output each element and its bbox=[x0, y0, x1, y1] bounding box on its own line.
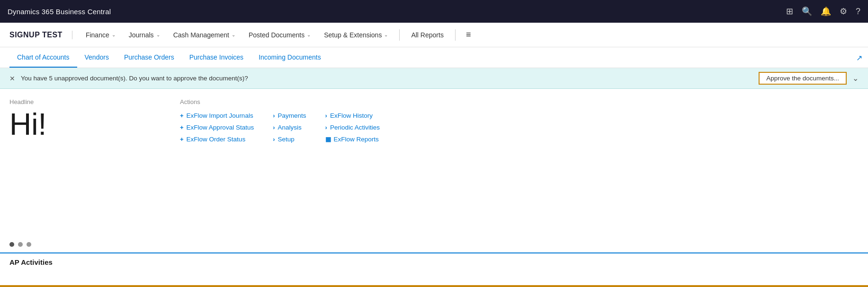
nav-item-cash-management[interactable]: Cash Management ⌄ bbox=[168, 27, 241, 43]
nav-label-setup-extensions: Setup & Extensions bbox=[324, 31, 382, 39]
notification-bar: ✕ You have 5 unapproved document(s). Do … bbox=[0, 68, 868, 89]
notification-text: You have 5 unapproved document(s). Do yo… bbox=[21, 75, 753, 82]
hamburger-menu[interactable]: ≡ bbox=[461, 26, 476, 43]
action-exflow-import-journals[interactable]: + ExFlow Import Journals bbox=[180, 112, 254, 119]
nav-item-setup-extensions[interactable]: Setup & Extensions ⌄ bbox=[318, 27, 394, 43]
pagination-dot-2[interactable] bbox=[18, 242, 23, 247]
action-label-exflow-reports: ExFlow Reports bbox=[334, 136, 379, 143]
bottom-accent-bar bbox=[0, 285, 868, 287]
action-exflow-approval-status[interactable]: + ExFlow Approval Status bbox=[180, 124, 254, 131]
bell-icon[interactable]: 🔔 bbox=[821, 6, 831, 17]
action-label-analysis: Analysis bbox=[278, 124, 302, 131]
topbar-icons: ⊞ 🔍 🔔 ⚙ ? bbox=[786, 6, 860, 17]
actions-grid: + ExFlow Import Journals › Payments › Ex… bbox=[180, 112, 380, 143]
subnav-label-incoming-documents: Incoming Documents bbox=[259, 53, 321, 61]
pagination-dot-1[interactable] bbox=[9, 242, 14, 247]
nav-items: Finance ⌄ Journals ⌄ Cash Management ⌄ P… bbox=[80, 26, 859, 43]
nav-item-journals[interactable]: Journals ⌄ bbox=[123, 27, 166, 43]
report-icon: ▦ bbox=[325, 136, 331, 143]
help-icon[interactable]: ? bbox=[856, 7, 860, 17]
topbar: Dynamics 365 Business Central ⊞ 🔍 🔔 ⚙ ? bbox=[0, 0, 868, 23]
chevron-down-icon: ⌄ bbox=[384, 32, 388, 37]
subnav-item-chart-of-accounts[interactable]: Chart of Accounts bbox=[9, 47, 77, 68]
subnav-label-chart-of-accounts: Chart of Accounts bbox=[17, 53, 70, 61]
action-label-periodic-activities: Periodic Activities bbox=[330, 124, 380, 131]
arrow-icon: › bbox=[273, 124, 275, 131]
nav-label-posted-documents: Posted Documents bbox=[249, 31, 304, 39]
search-icon[interactable]: 🔍 bbox=[802, 6, 812, 17]
app-title: Dynamics 365 Business Central bbox=[8, 8, 111, 16]
nav-label-cash-management: Cash Management bbox=[173, 31, 229, 39]
chevron-down-icon: ⌄ bbox=[307, 32, 311, 37]
subnav-item-vendors[interactable]: Vendors bbox=[77, 47, 116, 68]
action-label-exflow-history: ExFlow History bbox=[330, 112, 373, 119]
arrow-icon: › bbox=[273, 112, 275, 119]
nav-divider-2 bbox=[455, 29, 456, 41]
plus-icon: + bbox=[180, 136, 184, 143]
headline-label: Headline bbox=[9, 98, 152, 105]
approve-documents-button[interactable]: Approve the documents... bbox=[759, 72, 847, 85]
action-label-exflow-order-status: ExFlow Order Status bbox=[187, 136, 246, 143]
arrow-icon: › bbox=[273, 136, 275, 143]
subnav-label-purchase-orders: Purchase Orders bbox=[124, 53, 174, 61]
chevron-down-icon: ⌄ bbox=[156, 32, 160, 37]
action-analysis[interactable]: › Analysis bbox=[273, 124, 306, 131]
nav-item-finance[interactable]: Finance ⌄ bbox=[80, 27, 121, 43]
pagination-dot-3[interactable] bbox=[27, 242, 31, 247]
plus-icon: + bbox=[180, 124, 184, 131]
grid-icon[interactable]: ⊞ bbox=[786, 6, 793, 17]
subnav-item-incoming-documents[interactable]: Incoming Documents bbox=[251, 47, 329, 68]
notification-close-icon[interactable]: ✕ bbox=[9, 75, 15, 82]
chevron-down-icon: ⌄ bbox=[112, 32, 116, 37]
action-exflow-order-status[interactable]: + ExFlow Order Status bbox=[180, 136, 254, 143]
expand-icon[interactable]: ↗ bbox=[856, 53, 862, 62]
ap-activities-title: AP Activities bbox=[9, 258, 53, 266]
arrow-icon: › bbox=[325, 124, 327, 131]
subnav-item-purchase-invoices[interactable]: Purchase Invoices bbox=[182, 47, 251, 68]
nav-item-posted-documents[interactable]: Posted Documents ⌄ bbox=[243, 27, 316, 43]
subnav-label-vendors: Vendors bbox=[85, 53, 109, 61]
action-payments[interactable]: › Payments bbox=[273, 112, 306, 119]
chevron-down-icon: ⌄ bbox=[232, 32, 235, 37]
plus-icon: + bbox=[180, 112, 184, 119]
nav-label-finance: Finance bbox=[86, 31, 109, 39]
actions-label: Actions bbox=[180, 98, 859, 105]
subnav: Chart of Accounts Vendors Purchase Order… bbox=[0, 47, 868, 68]
action-label-setup: Setup bbox=[278, 136, 295, 143]
navbar: SIGNUP TEST Finance ⌄ Journals ⌄ Cash Ma… bbox=[0, 23, 868, 47]
nav-all-reports[interactable]: All Reports bbox=[405, 27, 449, 43]
gear-icon[interactable]: ⚙ bbox=[840, 6, 847, 17]
brand-name: SIGNUP TEST bbox=[9, 31, 72, 39]
action-exflow-reports[interactable]: ▦ ExFlow Reports bbox=[325, 136, 380, 143]
action-label-exflow-import-journals: ExFlow Import Journals bbox=[187, 112, 253, 119]
ap-activities-section: AP Activities bbox=[0, 252, 868, 267]
notification-chevron-icon[interactable]: ⌄ bbox=[852, 74, 859, 83]
action-label-exflow-approval-status: ExFlow Approval Status bbox=[187, 124, 254, 131]
subnav-label-purchase-invoices: Purchase Invoices bbox=[189, 53, 243, 61]
welcome-section: Headline Hi! bbox=[9, 98, 152, 231]
pagination bbox=[0, 231, 868, 252]
action-setup[interactable]: › Setup bbox=[273, 136, 306, 143]
actions-section: Actions + ExFlow Import Journals › Payme… bbox=[180, 98, 859, 231]
action-label-payments: Payments bbox=[278, 112, 306, 119]
action-exflow-history[interactable]: › ExFlow History bbox=[325, 112, 380, 119]
main-content: Headline Hi! Actions + ExFlow Import Jou… bbox=[0, 89, 868, 231]
subnav-item-purchase-orders[interactable]: Purchase Orders bbox=[116, 47, 182, 68]
arrow-icon: › bbox=[325, 112, 327, 119]
hi-text: Hi! bbox=[9, 109, 152, 139]
nav-label-journals: Journals bbox=[129, 31, 154, 39]
action-periodic-activities[interactable]: › Periodic Activities bbox=[325, 124, 380, 131]
nav-divider bbox=[399, 29, 400, 41]
